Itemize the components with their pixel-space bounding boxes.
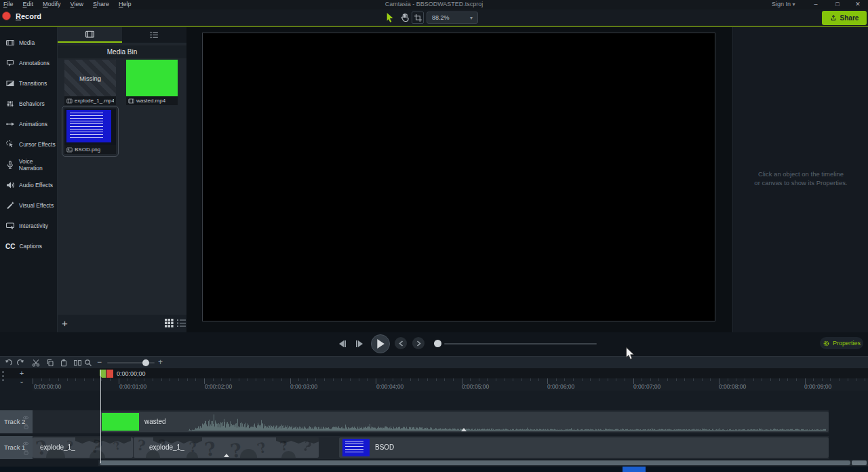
- media-item-bsod[interactable]: BSOD.png: [64, 109, 116, 154]
- step-forward-icon: [355, 340, 364, 348]
- track1-row[interactable]: ???? explode_1_ ???????? explode_1_ BSOD: [33, 436, 829, 459]
- ruler-label: 0:00:09;00: [804, 383, 831, 390]
- collapse-tracks-button[interactable]: ⌄: [16, 378, 27, 386]
- menu-help[interactable]: Help: [119, 0, 132, 9]
- list-view-button[interactable]: [177, 319, 186, 328]
- zoom-out-button[interactable]: −: [97, 357, 102, 367]
- sidebar-item-cursor-effects[interactable]: Cursor Effects: [0, 134, 58, 155]
- sidebar-item-animations[interactable]: Animations: [0, 114, 58, 134]
- chevron-right-icon: [416, 340, 421, 347]
- track-name: Track 2: [4, 410, 25, 433]
- redo-button[interactable]: [17, 359, 25, 367]
- media-bin-tab[interactable]: [58, 27, 122, 43]
- track2-row[interactable]: wasted: [33, 410, 829, 433]
- media-bin-icon: [85, 30, 95, 39]
- sidebar-item-transitions[interactable]: Transitions: [0, 73, 58, 94]
- select-tool-button[interactable]: [384, 12, 396, 24]
- seek-track[interactable]: [444, 343, 597, 345]
- ruler-label: 0:00:04;00: [376, 383, 403, 390]
- timeline: − + + ⌄ 0:00:00;00 0:00:01;00 0:00:02;00…: [0, 356, 868, 472]
- menu-edit[interactable]: Edit: [23, 0, 34, 9]
- captions-icon: CC: [5, 243, 15, 250]
- sidebar-item-behaviors[interactable]: Behaviors: [0, 94, 58, 114]
- add-track-button[interactable]: +: [16, 369, 27, 377]
- track1-header[interactable]: Track 1: [0, 436, 33, 459]
- media-item-explode[interactable]: Missing explode_1_.mp4: [64, 60, 116, 105]
- cursor-effects-icon: [5, 140, 15, 149]
- add-media-button[interactable]: +: [62, 319, 68, 328]
- microphone-icon: [5, 160, 15, 170]
- media-item-wasted[interactable]: wasted.mp4: [126, 60, 178, 105]
- menu-file[interactable]: File: [3, 0, 14, 9]
- zoom-icon: [84, 359, 92, 367]
- timeline-ruler[interactable]: 0:00:00;00 0:00:01;00 0:00:02;00 0:00:03…: [33, 378, 868, 391]
- cut-button[interactable]: [32, 359, 41, 367]
- share-button[interactable]: Share: [822, 11, 867, 25]
- annotations-icon: [5, 58, 15, 68]
- grid-view-button[interactable]: [165, 319, 174, 328]
- playhead-line[interactable]: [100, 370, 101, 463]
- media-item-filename: wasted.mp4: [136, 98, 165, 104]
- seek-handle[interactable]: [434, 340, 441, 347]
- clip-label: BSOD: [375, 437, 394, 458]
- sidebar-item-media[interactable]: Media: [0, 33, 58, 53]
- undo-button[interactable]: [4, 359, 12, 367]
- sidebar-item-voice-narration[interactable]: Voice Narration: [0, 155, 58, 175]
- lock-icon[interactable]: [23, 423, 29, 429]
- play-button[interactable]: [371, 334, 390, 353]
- eye-icon[interactable]: [22, 441, 29, 446]
- crop-tool-button[interactable]: [412, 12, 424, 24]
- timeline-zoom-handle[interactable]: [142, 359, 149, 366]
- hand-icon: [399, 12, 410, 23]
- record-button[interactable]: Record: [2, 12, 41, 20]
- library-tab[interactable]: [122, 27, 186, 43]
- pan-tool-button[interactable]: [398, 12, 410, 24]
- taskbar-active-app[interactable]: [623, 467, 646, 472]
- properties-hint: Click an object on the timeline or canva…: [733, 170, 868, 187]
- ruler-label: 0:00:06;00: [547, 383, 574, 390]
- next-clip-button[interactable]: [412, 337, 425, 349]
- record-label: Record: [16, 12, 41, 20]
- zoom-in-button[interactable]: +: [158, 357, 163, 367]
- menu-modify[interactable]: Modify: [43, 0, 61, 9]
- track2-header[interactable]: Track 2: [0, 410, 33, 433]
- sidebar-item-visual-effects[interactable]: Visual Effects: [0, 195, 58, 216]
- canvas-zoom-select[interactable]: 88.2% ▾: [427, 12, 478, 24]
- timeline-hscrollbar-button[interactable]: [852, 460, 867, 465]
- step-backward-button[interactable]: [335, 337, 349, 351]
- interactivity-icon: [5, 221, 15, 231]
- lock-icon[interactable]: [23, 449, 29, 455]
- media-item-filename: explode_1_.mp4: [75, 98, 114, 104]
- sidebar-item-annotations[interactable]: Annotations: [0, 53, 58, 73]
- clip-bsod[interactable]: BSOD: [339, 437, 829, 458]
- close-button[interactable]: ✕: [850, 0, 865, 9]
- sign-in-button[interactable]: Sign In ▾: [772, 0, 795, 9]
- sidebar-item-audio-effects[interactable]: Audio Effects: [0, 175, 58, 195]
- preview-canvas[interactable]: [202, 33, 715, 321]
- behaviors-icon: [5, 99, 15, 109]
- menu-view[interactable]: View: [71, 0, 83, 9]
- minimize-button[interactable]: –: [808, 0, 823, 9]
- maximize-button[interactable]: □: [830, 0, 845, 9]
- video-file-icon: [128, 98, 134, 104]
- timeline-hscrollbar-thumb[interactable]: [100, 460, 850, 465]
- copy-button[interactable]: [46, 359, 54, 367]
- media-panel-footer: +: [58, 315, 186, 332]
- sidebar-item-interactivity[interactable]: Interactivity: [0, 216, 58, 236]
- step-forward-button[interactable]: [353, 337, 366, 351]
- os-taskbar-edge: [0, 467, 868, 472]
- clip-explode-1[interactable]: ???? explode_1_: [33, 437, 133, 458]
- menu-share[interactable]: Share: [93, 0, 109, 9]
- previous-clip-button[interactable]: [395, 337, 407, 349]
- split-button[interactable]: [73, 359, 82, 367]
- media-panel-tabs: [58, 27, 186, 43]
- upload-icon: [830, 14, 837, 22]
- paste-button[interactable]: [60, 359, 68, 367]
- video-file-icon: [66, 98, 73, 104]
- properties-button[interactable]: Properties: [820, 337, 863, 349]
- playhead-out-handle[interactable]: [106, 370, 113, 378]
- timeline-grip-dots: [2, 371, 5, 383]
- sidebar-item-captions[interactable]: CC Captions: [0, 236, 58, 256]
- playback-bar: Properties: [0, 332, 868, 356]
- eye-icon[interactable]: [22, 415, 29, 420]
